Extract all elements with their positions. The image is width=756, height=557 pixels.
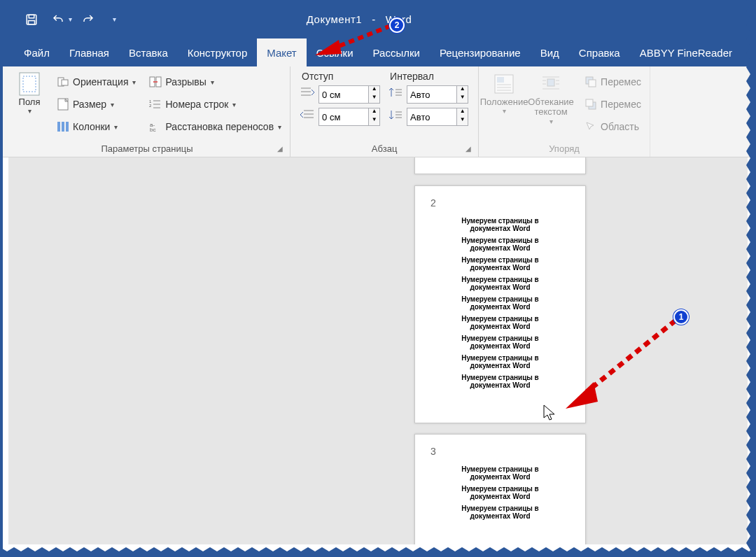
callout-2: 2 [389,17,405,33]
svg-marker-25 [315,40,342,55]
svg-marker-27 [566,382,598,409]
paragraph-text: Нумеруем страницы вдокументах Word [448,256,553,272]
svg-rect-21 [589,80,596,87]
spacing-label: Интервал [388,69,468,83]
svg-rect-23 [586,99,593,106]
orientation-button[interactable]: Ориентация▾ [53,71,139,93]
spacing-before-input[interactable] [407,85,457,104]
breaks-icon [148,75,162,89]
paragraph-text: Нумеруем страницы вдокументах Word [448,295,553,311]
tab-help[interactable]: Справка [569,38,630,66]
page-3[interactable]: 3 Нумеруем страницы вдокументах Word Нум… [414,434,586,544]
paragraph-text: Нумеруем страницы вдокументах Word [448,505,553,520]
annotation-arrow-1 [553,315,686,420]
page-1-bottom [414,157,586,174]
indent-label: Отступ [300,69,380,83]
tab-abbyy[interactable]: ABBYY FineReader [630,38,742,66]
annotation-arrow-2 [301,20,399,62]
selection-pane-button: Область [581,115,644,138]
spacing-after-control[interactable]: ▲▼ [388,106,468,127]
page-number: 3 [430,446,574,457]
indent-right-control[interactable]: ▲▼ [300,106,380,127]
tab-design[interactable]: Конструктор [178,38,258,66]
svg-text:bc: bc [150,127,155,132]
paragraph-text: Нумеруем страницы вдокументах Word [448,465,553,481]
spacing-before-icon [388,87,404,102]
page-number: 2 [430,197,574,209]
svg-rect-10 [66,122,69,132]
svg-rect-9 [62,122,64,132]
paragraph-text: Нумеруем страницы вдокументах Word [448,315,553,330]
clip-border-bottom [0,547,756,557]
spinner-icon[interactable]: ▲▼ [369,108,380,126]
tab-file[interactable]: Файл [14,38,59,66]
spacing-after-icon [388,109,404,125]
spinner-icon[interactable]: ▲▼ [369,85,380,104]
svg-rect-8 [57,122,60,132]
breaks-button[interactable]: Разрывы▾ [146,71,284,93]
paragraph-text: Нумеруем страницы вдокументах Word [448,334,553,350]
spacing-after-input[interactable] [407,108,457,126]
paragraph-text: Нумеруем страницы вдокументах Word [448,217,553,232]
group-page-setup: Поля ▾ Ориентация▾ Размер▾ Колонки▾ [0,66,290,157]
redo-icon[interactable] [78,9,99,30]
hyphenation-button[interactable]: a-bc Расстановка переносов▾ [146,115,284,138]
quick-access-toolbar: ▾ ▾ [0,9,116,30]
indent-left-control[interactable]: ▲▼ [300,84,380,105]
spinner-icon[interactable]: ▲▼ [457,85,468,104]
paragraph-text: Нумеруем страницы вдокументах Word [448,485,553,500]
spinner-icon[interactable]: ▲▼ [457,108,468,126]
orientation-icon [56,75,70,89]
svg-rect-1 [29,15,34,18]
text-wrap-button: Обтекание текстом ▾ [524,69,578,142]
svg-rect-18 [497,77,504,83]
save-icon[interactable] [21,9,42,30]
line-numbers-button[interactable]: 12 Номера строк▾ [146,93,284,115]
tab-view[interactable]: Вид [531,38,569,66]
margins-button[interactable]: Поля ▾ [10,69,49,142]
undo-icon[interactable] [48,9,69,30]
spacing-before-control[interactable]: ▲▼ [388,84,468,105]
paragraph-text: Нумеруем страницы вдокументах Word [448,276,553,291]
bring-forward-button: Перемес [581,71,644,93]
dialog-launcher-icon[interactable]: ◢ [277,145,283,153]
callout-1: 1 [673,309,689,325]
tab-insert[interactable]: Вставка [119,38,178,66]
indent-left-icon [300,87,316,102]
page-size-icon [56,97,70,111]
columns-button[interactable]: Колонки▾ [53,115,139,138]
paragraph-text: Нумеруем страницы вдокументах Word [448,354,553,369]
tab-home[interactable]: Главная [59,38,119,66]
ribbon: Поля ▾ Ориентация▾ Размер▾ Колонки▾ [0,66,756,157]
bring-forward-icon [584,75,598,89]
selection-pane-icon [584,120,598,134]
size-button[interactable]: Размер▾ [53,93,139,115]
dialog-launcher-icon[interactable]: ◢ [465,145,471,153]
send-backward-icon [584,97,598,111]
tab-layout[interactable]: Макет [257,38,306,66]
send-backward-button: Перемес [581,93,644,115]
indent-left-input[interactable] [318,85,369,104]
position-button: Положение ▾ [484,69,524,142]
group-arrange: Положение ▾ Обтекание текстом ▾ Перемес … [479,66,650,157]
svg-rect-6 [62,80,68,85]
group-label-page-setup: Параметры страницы ◢ [10,142,284,157]
svg-rect-2 [29,20,35,24]
paragraph-text: Нумеруем страницы вдокументах Word [448,374,553,389]
svg-rect-19 [547,79,554,86]
indent-right-input[interactable] [318,108,369,126]
svg-line-26 [587,320,676,392]
line-numbers-icon: 12 [148,97,162,111]
hyphenation-icon: a-bc [148,120,162,134]
position-icon [492,72,516,96]
group-label-arrange: Упоряд [484,142,644,157]
chevron-down-icon: ▾ [28,107,31,115]
wrap-text-icon [539,72,563,96]
svg-text:2: 2 [149,104,152,108]
tab-review[interactable]: Рецензирование [430,38,531,66]
undo-dropdown-icon[interactable]: ▾ [69,15,72,23]
columns-icon [56,120,70,134]
margins-icon [18,72,41,96]
svg-line-24 [333,26,391,48]
paragraph-text: Нумеруем страницы вдокументах Word [448,237,553,252]
